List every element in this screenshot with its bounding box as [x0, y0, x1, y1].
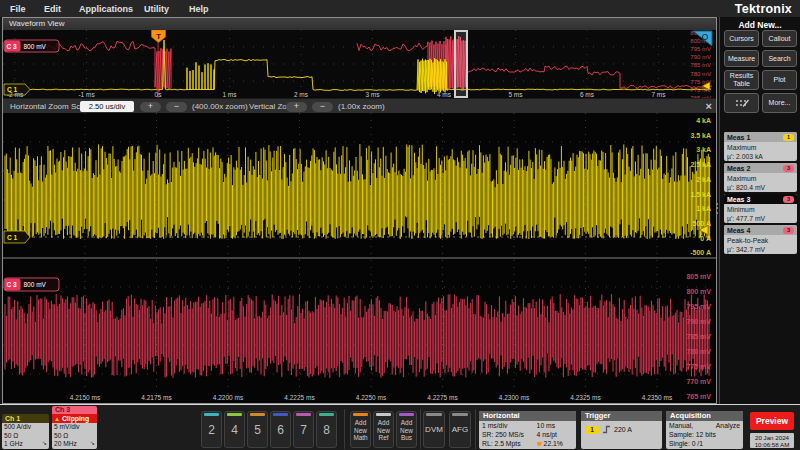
channel-7-button[interactable]: 7 [293, 411, 314, 448]
overview-time-label: 6 ms [580, 91, 595, 98]
add-new-ref-button[interactable]: Add New Ref [373, 411, 394, 448]
main-ch1-noise-band [5, 144, 710, 239]
sample-rate: SR: 250 MS/s [482, 430, 537, 439]
main-ch3-noise-band [5, 294, 709, 378]
channel-6-button[interactable]: 6 [270, 411, 291, 448]
channel-5-button[interactable]: 5 [247, 411, 268, 448]
menu-item-applications[interactable]: Applications [79, 4, 133, 14]
ch1-axis-label: 1 kA [696, 205, 711, 212]
channel-2-button[interactable]: 2 [201, 411, 222, 448]
sidebar-button-measure[interactable]: Measure [724, 50, 759, 67]
main-time-label: 4.2275 ms [427, 394, 458, 401]
channel-3-badge[interactable]: Ch 3 ▲ Clipping 5 mV/div 50 Ω 20 MHz ↘ [52, 406, 97, 449]
horizontal-panel[interactable]: Horizontal 1 ms/div10 ms SR: 250 MS/s4 n… [479, 411, 576, 449]
channel-color-stripe [250, 413, 265, 416]
main-plot: 4 kA3.5 kA3 kA2.5 kA2 kA1.5 kA1 kA500 A0… [3, 113, 716, 403]
sidebar-button-more-[interactable]: More... [762, 93, 797, 113]
preview-button[interactable]: Preview [750, 412, 794, 430]
measurement-badge-2[interactable]: Meas 23Maximumµ': 820.4 mV [724, 163, 797, 192]
warning-icon: ▲ [54, 416, 60, 422]
measurement-source-badge: 3 [783, 196, 794, 203]
horizontal-panel-title: Horizontal [479, 411, 576, 421]
acquisition-panel[interactable]: Acquisition Manual,Analyze Sample: 12 bi… [666, 411, 743, 449]
menu-item-file[interactable]: File [10, 4, 26, 14]
overview-time-label: 7 ms [651, 91, 666, 98]
measurement-type: Maximum [724, 142, 797, 152]
measurement-source-badge: 3 [783, 165, 794, 172]
measurement-badge-3[interactable]: Meas 33Minimumµ': 477.7 mV [724, 194, 797, 223]
datetime-display[interactable]: 20 Jan 2024 10:06:58 AM [750, 433, 794, 448]
zoom-scale-bar: Horizontal Zoom Scale 2.50 us/div + − (4… [3, 98, 716, 113]
sidebar-button-callout[interactable]: Callout [762, 30, 797, 47]
waveform-view-title: Waveform View [9, 19, 65, 28]
channel-1-impedance: 50 Ω [4, 432, 47, 441]
trigger-position-icon [537, 442, 542, 447]
channel-4-button[interactable]: 4 [224, 411, 245, 448]
measurement-name: Meas 1 [727, 134, 750, 141]
main-waveform-area[interactable]: 4 kA3.5 kA3 kA2.5 kA2 kA1.5 kA1 kA500 A0… [3, 113, 716, 403]
channel-color-stripe [273, 413, 288, 416]
measurement-type: Maximum [724, 173, 797, 183]
drag-handle-icon[interactable] [714, 200, 719, 218]
main-ch3-offset-badge[interactable]: C 3800 mV [4, 278, 59, 291]
menu-item-help[interactable]: Help [189, 4, 209, 14]
horizontal-scale: 1 ms/div [482, 421, 537, 430]
vertical-zoom-plus-button[interactable]: + [286, 102, 307, 112]
mask-icon [734, 97, 750, 109]
trigger-panel[interactable]: Trigger 1 220 A [581, 411, 662, 449]
overview-voltage-label: 795 mV [690, 46, 711, 52]
ch3-axis-label: 805 mV [686, 273, 711, 280]
vertical-zoom-minus-button[interactable]: − [312, 102, 333, 112]
mask-dot [740, 104, 742, 106]
add-new-color-stripe [399, 413, 414, 416]
overview-ch3-offset-badge[interactable]: C 3800 mV [4, 40, 59, 52]
horizontal-zoom-scale-input[interactable]: 2.50 us/div [80, 101, 134, 112]
sample-interval: 4 ns/pt [537, 430, 573, 439]
measurement-value: µ': 342.7 mV [724, 245, 797, 254]
mask-dot [736, 100, 738, 102]
afg-label: AFG [452, 425, 468, 434]
add-new-title: Add New... [720, 20, 800, 30]
zoom-overview-area[interactable]: 805 mV800 mV795 mV790 mV785 mV780 mV775 … [3, 30, 716, 98]
horizontal-zoom-minus-button[interactable]: − [166, 102, 187, 112]
trigger-t-icon[interactable]: T [152, 30, 166, 43]
trigger-source-badge: 1 [585, 426, 599, 434]
measurement-value: µ': 2.003 kA [724, 152, 797, 161]
add-new-color-stripe [353, 413, 368, 416]
main-time-label: 4.2250 ms [356, 394, 387, 401]
vertical-zoom-factor: (1.00x zoom) [338, 102, 385, 111]
sidebar-button-search[interactable]: Search [762, 50, 797, 67]
channel-3-scale: 5 mV/div [54, 423, 95, 432]
main-time-label: 4.2325 ms [570, 394, 601, 401]
add-new-bus-button[interactable]: Add New Bus [396, 411, 417, 448]
add-new-math-button[interactable]: Add New Math [350, 411, 371, 448]
menu-item-edit[interactable]: Edit [44, 4, 61, 14]
trigger-t-letter: T [156, 32, 161, 41]
sidebar-button-plot[interactable]: Plot [762, 70, 797, 90]
main-time-label: 4.2175 ms [141, 394, 172, 401]
channel-1-badge[interactable]: Ch 1 500 A/div 50 Ω 1 GHz ↘ [2, 414, 49, 449]
measurement-badge-4[interactable]: Meas 43Peak-to-Peakµ': 342.7 mV [724, 225, 797, 254]
badge-channel: C 3 [7, 281, 18, 288]
mask-button[interactable] [724, 93, 759, 113]
sidebar-button-cursors[interactable]: Cursors [724, 30, 759, 47]
badge-channel: C 3 [7, 43, 18, 50]
channel-1-settings: 500 A/div 50 Ω 1 GHz ↘ [2, 423, 49, 449]
horizontal-zoom-plus-button[interactable]: + [140, 102, 161, 112]
channel-8-button[interactable]: 8 [316, 411, 337, 448]
close-icon[interactable]: × [706, 100, 712, 112]
measurement-badge-1[interactable]: Meas 11Maximumµ': 2.003 kA [724, 132, 797, 161]
menu-item-utility[interactable]: Utility [144, 4, 169, 14]
acquisition-analyze: Analyze [716, 421, 740, 430]
measurement-source-badge: 3 [783, 227, 794, 234]
sidebar-button-results-table[interactable]: Results Table [724, 70, 759, 90]
overview-time-label: -1 ms [78, 91, 95, 98]
zoom-window-box[interactable] [455, 31, 467, 97]
afg-button[interactable]: AFG [449, 411, 471, 448]
acquisition-sample: Sample: 12 bits [669, 430, 740, 439]
dvm-button[interactable]: DVM [423, 411, 445, 448]
overview-time-label: 0s [155, 91, 163, 98]
main-time-label: 4.2300 ms [499, 394, 530, 401]
main-ch1-ground-marker[interactable]: C 1 [4, 231, 30, 243]
ch3-axis-label: 770 mV [686, 378, 711, 385]
